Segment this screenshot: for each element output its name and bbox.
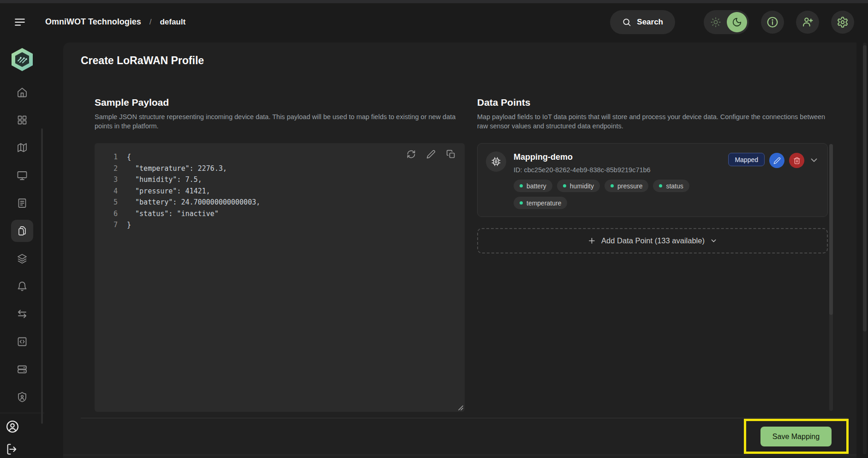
- tag-label: battery: [527, 182, 546, 190]
- footer-divider: [81, 418, 848, 418]
- tag-label: temperature: [527, 199, 561, 207]
- menu-icon[interactable]: [14, 16, 26, 28]
- window-scrollbar[interactable]: [863, 42, 867, 454]
- edit-mapping-button[interactable]: [769, 153, 784, 168]
- sidebar-item-dashboard[interactable]: [11, 109, 33, 131]
- copy-icon[interactable]: [446, 150, 455, 159]
- content-columns: Sample Payload Sample JSON structure rep…: [95, 97, 828, 412]
- code-text: "temperature": 2276.3,: [127, 163, 227, 175]
- moon-icon: [732, 17, 742, 27]
- mapping-info: Mapping-demo ID: cbc25e20-8262-4eb9-838c…: [514, 151, 721, 209]
- sidebar-item-profiles[interactable]: [11, 220, 33, 242]
- sidebar-item-logs[interactable]: [11, 192, 33, 214]
- sidebar-item-home[interactable]: [11, 81, 33, 103]
- resize-handle-icon[interactable]: [457, 404, 464, 411]
- code-line: 5 "battery": 24.700000000000003,: [106, 197, 455, 208]
- scrollbar-thumb[interactable]: [829, 144, 833, 315]
- sidebar-item-transfers[interactable]: [11, 303, 33, 325]
- line-number: 3: [106, 174, 118, 186]
- tag-label: humidity: [570, 182, 594, 190]
- breadcrumb-org[interactable]: OmniWOT Technologies: [45, 17, 141, 27]
- trash-icon: [793, 157, 801, 164]
- shield-user-icon: [17, 392, 28, 403]
- gear-icon: [837, 16, 849, 28]
- status-badge: Mapped: [728, 153, 765, 166]
- mapping-card: Mapping-demo ID: cbc25e20-8262-4eb9-838c…: [477, 143, 828, 217]
- dashboard-grid-icon: [17, 114, 28, 126]
- edit-payload-icon[interactable]: [426, 150, 436, 159]
- info-button[interactable]: [761, 11, 784, 34]
- logout-icon: [6, 443, 18, 456]
- sidebar-item-notifications[interactable]: [11, 275, 33, 297]
- code-text: {: [127, 151, 131, 163]
- sun-icon: [711, 17, 721, 27]
- search-button[interactable]: Search: [610, 10, 675, 34]
- document-icon: [17, 198, 28, 209]
- account-button[interactable]: [6, 420, 19, 434]
- data-points-title: Data Points: [477, 97, 828, 108]
- sidebar-item-security[interactable]: [11, 386, 33, 408]
- code-line: 6 "status": "inactive": [106, 208, 455, 220]
- search-label: Search: [637, 18, 663, 27]
- header: OmniWOT Technologies / default Search: [0, 3, 868, 41]
- delete-mapping-button[interactable]: [789, 153, 804, 168]
- home-icon: [17, 87, 28, 98]
- code-line: 2 "temperature": 2276.3,: [106, 163, 455, 175]
- dark-mode-button[interactable]: [727, 12, 747, 32]
- account-icon: [6, 420, 19, 434]
- sidebar-item-storage[interactable]: [11, 358, 33, 380]
- expand-mapping-button[interactable]: [809, 155, 819, 165]
- code-icon: [17, 336, 28, 347]
- sidebar-bottom: [0, 413, 44, 458]
- transfer-arrows-icon: [17, 308, 28, 319]
- code-text: }: [127, 219, 131, 231]
- line-number: 1: [106, 151, 118, 163]
- sidebar-scrollbar[interactable]: [41, 128, 43, 424]
- mapping-tag-status: status: [653, 180, 689, 192]
- sidebar-item-layers[interactable]: [11, 247, 33, 270]
- mapping-name: Mapping-demo: [514, 152, 721, 162]
- data-points-section: Data Points Map payload fields to IoT da…: [477, 97, 828, 412]
- sample-payload-section: Sample Payload Sample JSON structure rep…: [95, 97, 465, 412]
- sidebar-item-devices[interactable]: [11, 164, 33, 187]
- sidebar-nav: [0, 81, 44, 408]
- add-user-button[interactable]: [796, 11, 819, 34]
- tag-dot-icon: [659, 184, 662, 187]
- map-icon: [17, 142, 28, 153]
- code-lines: 1{2 "temperature": 2276.3,3 "humidity": …: [106, 151, 455, 231]
- settings-button[interactable]: [831, 11, 854, 34]
- save-mapping-button[interactable]: Save Mapping: [760, 427, 832, 446]
- window-scrollbar-thumb[interactable]: [863, 45, 867, 331]
- breadcrumb-separator: /: [150, 18, 152, 27]
- sample-payload-title: Sample Payload: [95, 97, 465, 108]
- data-points-scrollbar[interactable]: [829, 144, 833, 411]
- mapping-controls: Mapped: [728, 151, 819, 209]
- chip-icon: [486, 151, 506, 172]
- sample-payload-description: Sample JSON structure representing incom…: [95, 112, 465, 131]
- payload-editor[interactable]: 1{2 "temperature": 2276.3,3 "humidity": …: [95, 143, 465, 412]
- add-data-point-button[interactable]: Add Data Point (133 available): [477, 228, 828, 253]
- logout-button[interactable]: [6, 443, 19, 457]
- sidebar-item-api[interactable]: [11, 331, 33, 353]
- monitor-icon: [17, 170, 28, 181]
- data-points-description: Map payload fields to IoT data points th…: [477, 112, 828, 131]
- pencil-icon: [773, 157, 781, 164]
- breadcrumb: OmniWOT Technologies / default: [45, 17, 186, 27]
- app-logo[interactable]: [9, 47, 36, 72]
- code-line: 3 "humidity": 7.5,: [106, 174, 455, 186]
- code-line: 7}: [106, 219, 455, 231]
- user-plus-icon: [802, 16, 814, 28]
- chevron-down-icon: [809, 155, 819, 165]
- tag-dot-icon: [563, 184, 566, 187]
- sidebar-item-map[interactable]: [11, 137, 33, 159]
- theme-toggle: [704, 10, 749, 34]
- editor-toolbar: [407, 150, 455, 159]
- light-mode-button[interactable]: [706, 12, 726, 32]
- tag-dot-icon: [611, 184, 614, 187]
- mapping-tag-humidity: humidity: [557, 180, 600, 192]
- page-title: Create LoRaWAN Profile: [81, 54, 204, 67]
- refresh-icon[interactable]: [407, 150, 416, 159]
- breadcrumb-project[interactable]: default: [160, 18, 186, 27]
- search-icon: [622, 18, 631, 27]
- mapping-tag-temperature: temperature: [514, 197, 567, 209]
